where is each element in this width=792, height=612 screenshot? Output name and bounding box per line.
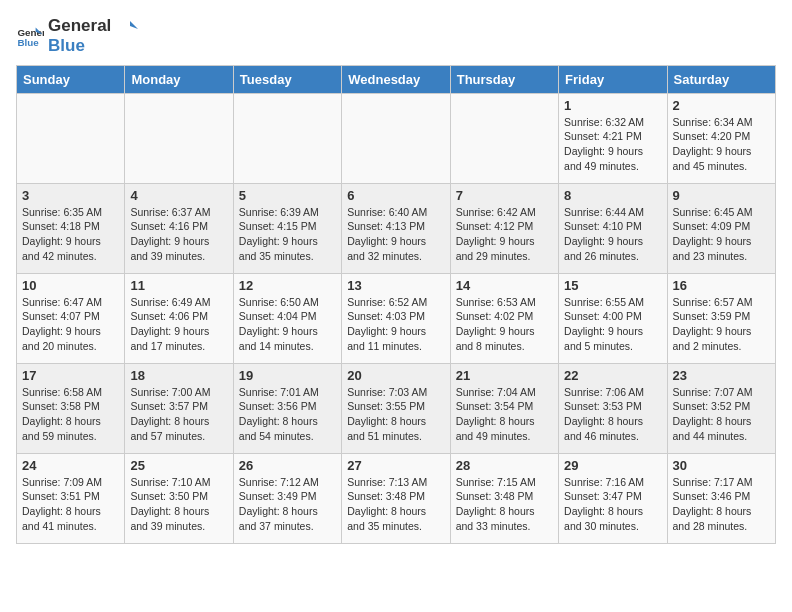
- calendar-day-23: 23Sunrise: 7:07 AM Sunset: 3:52 PM Dayli…: [667, 363, 775, 453]
- calendar-day-2: 2Sunrise: 6:34 AM Sunset: 4:20 PM Daylig…: [667, 93, 775, 183]
- day-info: Sunrise: 7:07 AM Sunset: 3:52 PM Dayligh…: [673, 385, 770, 444]
- day-info: Sunrise: 6:52 AM Sunset: 4:03 PM Dayligh…: [347, 295, 444, 354]
- day-info: Sunrise: 6:35 AM Sunset: 4:18 PM Dayligh…: [22, 205, 119, 264]
- col-header-tuesday: Tuesday: [233, 65, 341, 93]
- day-number: 15: [564, 278, 661, 293]
- calendar-day-3: 3Sunrise: 6:35 AM Sunset: 4:18 PM Daylig…: [17, 183, 125, 273]
- col-header-saturday: Saturday: [667, 65, 775, 93]
- calendar-day-24: 24Sunrise: 7:09 AM Sunset: 3:51 PM Dayli…: [17, 453, 125, 543]
- day-number: 19: [239, 368, 336, 383]
- calendar-day-5: 5Sunrise: 6:39 AM Sunset: 4:15 PM Daylig…: [233, 183, 341, 273]
- calendar-day-empty: [125, 93, 233, 183]
- day-info: Sunrise: 7:03 AM Sunset: 3:55 PM Dayligh…: [347, 385, 444, 444]
- calendar-day-empty: [342, 93, 450, 183]
- calendar-day-11: 11Sunrise: 6:49 AM Sunset: 4:06 PM Dayli…: [125, 273, 233, 363]
- day-info: Sunrise: 6:50 AM Sunset: 4:04 PM Dayligh…: [239, 295, 336, 354]
- day-number: 4: [130, 188, 227, 203]
- day-info: Sunrise: 6:40 AM Sunset: 4:13 PM Dayligh…: [347, 205, 444, 264]
- day-number: 23: [673, 368, 770, 383]
- day-info: Sunrise: 7:09 AM Sunset: 3:51 PM Dayligh…: [22, 475, 119, 534]
- day-number: 27: [347, 458, 444, 473]
- day-info: Sunrise: 6:37 AM Sunset: 4:16 PM Dayligh…: [130, 205, 227, 264]
- day-info: Sunrise: 6:39 AM Sunset: 4:15 PM Dayligh…: [239, 205, 336, 264]
- svg-text:Blue: Blue: [17, 37, 39, 48]
- day-number: 3: [22, 188, 119, 203]
- day-number: 24: [22, 458, 119, 473]
- day-info: Sunrise: 6:45 AM Sunset: 4:09 PM Dayligh…: [673, 205, 770, 264]
- calendar-day-19: 19Sunrise: 7:01 AM Sunset: 3:56 PM Dayli…: [233, 363, 341, 453]
- calendar-day-30: 30Sunrise: 7:17 AM Sunset: 3:46 PM Dayli…: [667, 453, 775, 543]
- calendar-day-8: 8Sunrise: 6:44 AM Sunset: 4:10 PM Daylig…: [559, 183, 667, 273]
- day-number: 2: [673, 98, 770, 113]
- calendar-day-18: 18Sunrise: 7:00 AM Sunset: 3:57 PM Dayli…: [125, 363, 233, 453]
- day-number: 17: [22, 368, 119, 383]
- day-number: 12: [239, 278, 336, 293]
- day-info: Sunrise: 7:10 AM Sunset: 3:50 PM Dayligh…: [130, 475, 227, 534]
- logo-blue-text: Blue: [48, 36, 138, 56]
- calendar-day-21: 21Sunrise: 7:04 AM Sunset: 3:54 PM Dayli…: [450, 363, 558, 453]
- calendar-day-4: 4Sunrise: 6:37 AM Sunset: 4:16 PM Daylig…: [125, 183, 233, 273]
- day-number: 18: [130, 368, 227, 383]
- col-header-wednesday: Wednesday: [342, 65, 450, 93]
- calendar-day-16: 16Sunrise: 6:57 AM Sunset: 3:59 PM Dayli…: [667, 273, 775, 363]
- calendar-day-9: 9Sunrise: 6:45 AM Sunset: 4:09 PM Daylig…: [667, 183, 775, 273]
- day-info: Sunrise: 7:04 AM Sunset: 3:54 PM Dayligh…: [456, 385, 553, 444]
- calendar-day-10: 10Sunrise: 6:47 AM Sunset: 4:07 PM Dayli…: [17, 273, 125, 363]
- calendar-day-14: 14Sunrise: 6:53 AM Sunset: 4:02 PM Dayli…: [450, 273, 558, 363]
- day-info: Sunrise: 6:32 AM Sunset: 4:21 PM Dayligh…: [564, 115, 661, 174]
- calendar-day-7: 7Sunrise: 6:42 AM Sunset: 4:12 PM Daylig…: [450, 183, 558, 273]
- calendar-week-2: 3Sunrise: 6:35 AM Sunset: 4:18 PM Daylig…: [17, 183, 776, 273]
- logo-general-text: General: [48, 16, 138, 36]
- calendar-table: SundayMondayTuesdayWednesdayThursdayFrid…: [16, 65, 776, 544]
- day-info: Sunrise: 7:00 AM Sunset: 3:57 PM Dayligh…: [130, 385, 227, 444]
- calendar-day-27: 27Sunrise: 7:13 AM Sunset: 3:48 PM Dayli…: [342, 453, 450, 543]
- calendar-header-row: SundayMondayTuesdayWednesdayThursdayFrid…: [17, 65, 776, 93]
- day-info: Sunrise: 6:55 AM Sunset: 4:00 PM Dayligh…: [564, 295, 661, 354]
- calendar-week-3: 10Sunrise: 6:47 AM Sunset: 4:07 PM Dayli…: [17, 273, 776, 363]
- day-number: 6: [347, 188, 444, 203]
- calendar-day-20: 20Sunrise: 7:03 AM Sunset: 3:55 PM Dayli…: [342, 363, 450, 453]
- day-number: 21: [456, 368, 553, 383]
- day-number: 11: [130, 278, 227, 293]
- day-number: 16: [673, 278, 770, 293]
- calendar-week-1: 1Sunrise: 6:32 AM Sunset: 4:21 PM Daylig…: [17, 93, 776, 183]
- day-info: Sunrise: 6:58 AM Sunset: 3:58 PM Dayligh…: [22, 385, 119, 444]
- day-number: 28: [456, 458, 553, 473]
- calendar-week-5: 24Sunrise: 7:09 AM Sunset: 3:51 PM Dayli…: [17, 453, 776, 543]
- calendar-day-6: 6Sunrise: 6:40 AM Sunset: 4:13 PM Daylig…: [342, 183, 450, 273]
- day-info: Sunrise: 6:53 AM Sunset: 4:02 PM Dayligh…: [456, 295, 553, 354]
- col-header-friday: Friday: [559, 65, 667, 93]
- day-number: 13: [347, 278, 444, 293]
- day-info: Sunrise: 6:47 AM Sunset: 4:07 PM Dayligh…: [22, 295, 119, 354]
- calendar-day-13: 13Sunrise: 6:52 AM Sunset: 4:03 PM Dayli…: [342, 273, 450, 363]
- day-info: Sunrise: 7:01 AM Sunset: 3:56 PM Dayligh…: [239, 385, 336, 444]
- logo: General Blue General Blue: [16, 16, 138, 57]
- day-number: 9: [673, 188, 770, 203]
- day-info: Sunrise: 7:16 AM Sunset: 3:47 PM Dayligh…: [564, 475, 661, 534]
- day-info: Sunrise: 6:42 AM Sunset: 4:12 PM Dayligh…: [456, 205, 553, 264]
- day-info: Sunrise: 7:15 AM Sunset: 3:48 PM Dayligh…: [456, 475, 553, 534]
- day-number: 22: [564, 368, 661, 383]
- calendar-day-28: 28Sunrise: 7:15 AM Sunset: 3:48 PM Dayli…: [450, 453, 558, 543]
- logo-icon: General Blue: [16, 22, 44, 50]
- calendar-day-29: 29Sunrise: 7:16 AM Sunset: 3:47 PM Dayli…: [559, 453, 667, 543]
- page-header: General Blue General Blue: [16, 16, 776, 57]
- calendar-day-empty: [17, 93, 125, 183]
- calendar-day-17: 17Sunrise: 6:58 AM Sunset: 3:58 PM Dayli…: [17, 363, 125, 453]
- day-info: Sunrise: 7:13 AM Sunset: 3:48 PM Dayligh…: [347, 475, 444, 534]
- day-info: Sunrise: 7:17 AM Sunset: 3:46 PM Dayligh…: [673, 475, 770, 534]
- calendar-day-25: 25Sunrise: 7:10 AM Sunset: 3:50 PM Dayli…: [125, 453, 233, 543]
- day-number: 7: [456, 188, 553, 203]
- calendar-day-22: 22Sunrise: 7:06 AM Sunset: 3:53 PM Dayli…: [559, 363, 667, 453]
- calendar-day-12: 12Sunrise: 6:50 AM Sunset: 4:04 PM Dayli…: [233, 273, 341, 363]
- day-info: Sunrise: 7:12 AM Sunset: 3:49 PM Dayligh…: [239, 475, 336, 534]
- calendar-day-26: 26Sunrise: 7:12 AM Sunset: 3:49 PM Dayli…: [233, 453, 341, 543]
- logo-bird-icon: [116, 19, 138, 35]
- day-number: 10: [22, 278, 119, 293]
- day-number: 8: [564, 188, 661, 203]
- day-number: 25: [130, 458, 227, 473]
- day-number: 30: [673, 458, 770, 473]
- col-header-sunday: Sunday: [17, 65, 125, 93]
- calendar-day-empty: [450, 93, 558, 183]
- calendar-day-15: 15Sunrise: 6:55 AM Sunset: 4:00 PM Dayli…: [559, 273, 667, 363]
